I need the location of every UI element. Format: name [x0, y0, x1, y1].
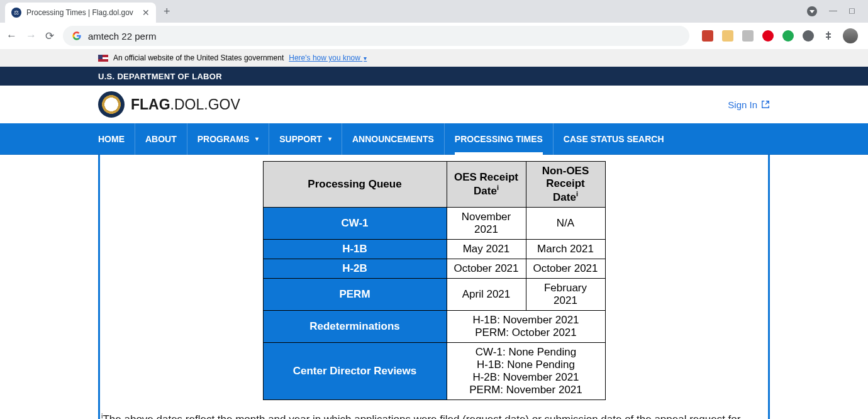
- nav-case-status[interactable]: CASE STATUS SEARCH: [554, 123, 674, 155]
- nav-about[interactable]: ABOUT: [135, 123, 187, 155]
- extension-icon[interactable]: [782, 30, 794, 42]
- row-cw1-oes: November 2021: [447, 207, 526, 239]
- gov-banner-text: An official website of the United States…: [113, 53, 284, 62]
- external-link-icon: [761, 100, 770, 109]
- row-h2b-oes: October 2021: [447, 259, 526, 278]
- row-cw1-nonoes: N/A: [526, 207, 605, 239]
- chevron-down-icon: ▾: [328, 135, 331, 142]
- browser-chrome: ⚖ Processing Times | Flag.dol.gov ✕ + — …: [0, 0, 868, 49]
- main-nav: HOME ABOUT PROGRAMS▾ SUPPORT▾ ANNOUNCEME…: [0, 123, 868, 155]
- content-inner: Processing Queue OES Receipt Datei Non-O…: [98, 155, 770, 419]
- row-cw1-label: CW-1: [263, 207, 447, 239]
- profile-avatar[interactable]: [843, 28, 858, 43]
- extension-icon[interactable]: [702, 30, 713, 42]
- gov-banner-link[interactable]: Here's how you know ▾: [289, 53, 367, 62]
- th-nonoes: Non-OES Receipt Datei: [526, 162, 605, 208]
- row-redet-values: H-1B: November 2021 PERM: October 2021: [447, 310, 605, 342]
- row-h1b-oes: May 2021: [447, 239, 526, 259]
- content-wrap: Processing Queue OES Receipt Datei Non-O…: [0, 155, 868, 419]
- back-button[interactable]: ←: [6, 30, 17, 42]
- row-perm-nonoes: February 2021: [526, 278, 605, 310]
- new-tab-button[interactable]: +: [164, 5, 170, 18]
- extensions-menu-icon[interactable]: [823, 30, 834, 42]
- footnote: iThe above dates reflect the month and y…: [100, 400, 768, 419]
- row-cdr-label: Center Director Reviews: [263, 342, 447, 399]
- processing-times-table: Processing Queue OES Receipt Datei Non-O…: [263, 161, 606, 400]
- close-tab-icon[interactable]: ✕: [142, 8, 150, 18]
- nav-announcements[interactable]: ANNOUNCEMENTS: [342, 123, 445, 155]
- dol-seal-icon: [98, 91, 125, 118]
- tab-title: Processing Times | Flag.dol.gov: [26, 8, 137, 17]
- window-controls: — ◻: [806, 6, 863, 17]
- nav-processing-times[interactable]: PROCESSING TIMES: [445, 123, 554, 155]
- page-content: An official website of the United States…: [0, 49, 868, 419]
- extension-icons: [698, 28, 862, 43]
- th-queue: Processing Queue: [263, 162, 447, 208]
- maximize-icon[interactable]: ◻: [849, 6, 855, 17]
- row-perm-label: PERM: [263, 278, 447, 310]
- site-title[interactable]: FLAG.DOL.GOV: [131, 96, 240, 113]
- sign-in-link[interactable]: Sign In: [728, 99, 770, 110]
- extension-icon[interactable]: [803, 30, 814, 42]
- tab-favicon: ⚖: [11, 8, 21, 18]
- nav-home[interactable]: HOME: [98, 123, 135, 155]
- extension-icon[interactable]: [742, 30, 754, 42]
- row-redet-label: Redeterminations: [263, 310, 447, 342]
- us-flag-icon: [98, 55, 108, 62]
- address-bar[interactable]: [63, 26, 689, 46]
- nav-support[interactable]: SUPPORT▾: [269, 123, 342, 155]
- forward-button: →: [26, 30, 36, 42]
- row-h2b-nonoes: October 2021: [526, 259, 605, 278]
- row-cdr-values: CW-1: None Pending H-1B: None Pending H-…: [447, 342, 605, 399]
- row-h1b-label: H-1B: [263, 239, 447, 259]
- nav-programs[interactable]: PROGRAMS▾: [187, 123, 269, 155]
- minimize-icon[interactable]: —: [829, 6, 837, 17]
- th-oes: OES Receipt Datei: [447, 162, 526, 208]
- chevron-down-icon: ▾: [255, 135, 259, 142]
- tab-bar: ⚖ Processing Times | Flag.dol.gov ✕ + — …: [0, 0, 868, 23]
- row-perm-oes: April 2021: [447, 278, 526, 310]
- dol-bar: U.S. DEPARTMENT OF LABOR: [0, 67, 868, 86]
- gov-banner: An official website of the United States…: [0, 49, 868, 67]
- site-header: FLAG.DOL.GOV Sign In: [0, 86, 868, 123]
- google-icon: [72, 31, 82, 41]
- chevron-down-icon: ▾: [364, 55, 367, 62]
- account-icon[interactable]: [806, 6, 818, 17]
- row-h2b-label: H-2B: [263, 259, 447, 278]
- reload-button[interactable]: ⟳: [45, 30, 54, 43]
- address-input[interactable]: [88, 31, 681, 42]
- extension-icon[interactable]: [722, 30, 733, 42]
- browser-tab[interactable]: ⚖ Processing Times | Flag.dol.gov ✕: [5, 3, 156, 23]
- nav-bar: ← → ⟳: [0, 23, 868, 49]
- row-h1b-nonoes: March 2021: [526, 239, 605, 259]
- adblock-icon[interactable]: [762, 30, 774, 42]
